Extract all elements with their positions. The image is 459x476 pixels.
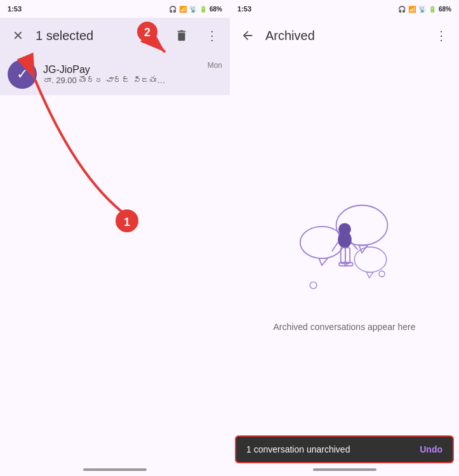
conversation-name: JG-JioPay (43, 64, 201, 76)
svg-line-22 (332, 242, 338, 251)
back-button[interactable] (235, 23, 260, 48)
right-battery-icon: 🔋 (429, 6, 436, 13)
close-button[interactable]: ✕ (5, 23, 30, 48)
more-icon: ⋮ (206, 28, 218, 43)
right-status-bar: 1:53 🎧 📶 📡 🔋 68% (230, 0, 459, 18)
right-home-indicator (230, 463, 459, 476)
left-top-bar: ✕ 1 selected ⋮ (0, 18, 230, 53)
battery-icon: 🔋 (199, 6, 207, 13)
right-more-icon: ⋮ (435, 28, 448, 43)
left-status-icons: 🎧 📶 📡 🔋 68% (169, 6, 222, 13)
delete-button[interactable] (169, 23, 194, 48)
left-status-bar: 1:53 🎧 📶 📡 🔋 68% (0, 0, 230, 18)
left-panel: 1:53 🎧 📶 📡 🔋 68% ✕ 1 selected ⋮ ✓ (0, 0, 230, 476)
right-battery-pct: 68% (439, 6, 451, 13)
svg-point-11 (354, 247, 386, 272)
svg-point-16 (338, 223, 351, 235)
svg-point-17 (345, 230, 349, 244)
undo-button[interactable]: Undo (420, 444, 442, 454)
right-signal-icon: 📡 (418, 6, 426, 13)
home-indicator (0, 463, 230, 476)
conversation-preview: రూ. 29.00 యొద్ద చార్జ్ విజయవంత... (43, 76, 170, 85)
svg-marker-8 (359, 246, 368, 253)
conversation-content: JG-JioPay రూ. 29.00 యొద్ద చార్జ్ విజయవంత… (43, 64, 201, 85)
right-status-icons: 🎧 📶 📡 🔋 68% (398, 6, 451, 13)
svg-point-13 (379, 271, 385, 277)
left-battery-pct: 68% (210, 6, 222, 13)
svg-rect-21 (345, 263, 353, 266)
avatar-selected: ✓ (8, 60, 37, 89)
more-options-button[interactable]: ⋮ (199, 23, 225, 48)
bluetooth-icon: 🎧 (169, 6, 176, 13)
signal-icon: 📡 (189, 6, 197, 13)
svg-marker-12 (366, 272, 373, 278)
empty-state-text: Archived conversations appear here (273, 322, 415, 332)
svg-point-14 (310, 282, 317, 289)
snackbar-message: 1 conversation unarchived (246, 444, 350, 454)
archived-title: Archived (265, 29, 423, 43)
selected-count-label: 1 selected (36, 29, 133, 43)
check-icon: ✓ (17, 66, 28, 83)
left-time: 1:53 (8, 5, 22, 13)
right-bluetooth-icon: 🎧 (398, 6, 406, 13)
right-panel: 1:53 🎧 📶 📡 🔋 68% Archived ⋮ (230, 0, 459, 476)
home-bar (83, 468, 147, 471)
svg-line-23 (351, 242, 357, 249)
right-top-bar: Archived ⋮ (230, 18, 459, 53)
archived-empty-state: Archived conversations appear here (230, 53, 459, 463)
archived-illustration (288, 185, 402, 312)
snackbar: 1 conversation unarchived Undo (235, 435, 454, 463)
svg-marker-10 (319, 258, 328, 265)
right-home-bar (313, 468, 376, 471)
right-wifi-icon: 📶 (408, 6, 416, 13)
archive-button[interactable] (138, 23, 164, 48)
svg-point-9 (300, 227, 343, 258)
wifi-icon: 📶 (179, 6, 187, 13)
conversation-time: Mon (208, 61, 222, 70)
right-more-options-button[interactable]: ⋮ (429, 23, 454, 48)
conversation-item[interactable]: ✓ JG-JioPay రూ. 29.00 యొద్ద చార్జ్ విజయవ… (0, 53, 230, 95)
right-time: 1:53 (237, 5, 251, 13)
svg-rect-19 (345, 248, 349, 263)
